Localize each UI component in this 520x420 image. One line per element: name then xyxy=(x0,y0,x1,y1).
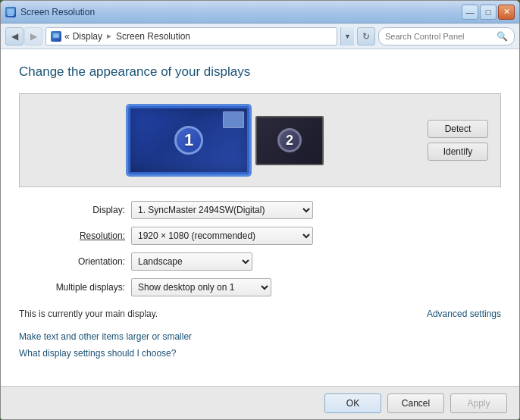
window-icon xyxy=(5,7,16,17)
monitor-2-number: 2 xyxy=(277,128,302,152)
ok-button[interactable]: OK xyxy=(324,393,381,413)
identify-button[interactable]: Identify xyxy=(428,143,488,161)
breadcrumb-display[interactable]: Display xyxy=(73,31,102,42)
window-title: Screen Resolution xyxy=(20,7,95,17)
orientation-select[interactable]: Landscape Portrait Landscape (flipped) P… xyxy=(131,252,252,271)
svg-rect-0 xyxy=(7,8,14,14)
search-box: 🔍 xyxy=(378,27,515,45)
display-select[interactable]: 1. SyncMaster 2494SW(Digital) 2. Generic… xyxy=(131,201,313,219)
title-bar-controls: — □ ✕ xyxy=(462,5,515,20)
minimize-button[interactable]: — xyxy=(462,5,478,20)
monitor-2[interactable]: 2 xyxy=(255,116,324,165)
help-link-display-settings[interactable]: What display settings should I choose? xyxy=(19,348,501,359)
resolution-select[interactable]: 1920 × 1080 (recommended) 1680 × 1050 14… xyxy=(131,227,313,245)
help-links: Make text and other items larger or smal… xyxy=(19,331,501,359)
main-content: Change the appearance of your displays 1… xyxy=(1,49,519,386)
main-window: Screen Resolution — □ ✕ ◀ ▶ « Display ► … xyxy=(0,0,520,420)
page-title: Change the appearance of your displays xyxy=(19,64,501,80)
svg-rect-1 xyxy=(8,14,14,16)
search-icon[interactable]: 🔍 xyxy=(496,30,508,42)
orientation-label: Orientation: xyxy=(19,256,125,267)
svg-rect-2 xyxy=(53,33,59,38)
multiple-displays-select[interactable]: Show desktop only on 1 Show desktop only… xyxy=(131,278,271,296)
form-grid: Display: 1. SyncMaster 2494SW(Digital) 2… xyxy=(19,201,501,296)
maximize-button[interactable]: □ xyxy=(480,5,497,20)
help-link-text-size[interactable]: Make text and other items larger or smal… xyxy=(19,331,501,342)
advanced-settings-link[interactable]: Advanced settings xyxy=(427,309,501,319)
footer: OK Cancel Apply xyxy=(1,386,519,419)
monitor-1-number: 1 xyxy=(174,126,203,155)
breadcrumb-icon xyxy=(51,31,61,42)
detect-button[interactable]: Detect xyxy=(428,120,488,138)
detect-identify-buttons: Detect Identify xyxy=(428,120,488,161)
back-button[interactable]: ◀ xyxy=(5,27,23,45)
monitor-mini-icon xyxy=(223,111,244,128)
title-bar-left: Screen Resolution xyxy=(5,7,95,17)
address-bar: ◀ ▶ « Display ► Screen Resolution ▼ ↻ 🔍 xyxy=(1,24,519,49)
nav-buttons: ◀ ▶ xyxy=(5,27,42,45)
display-label: Display: xyxy=(19,205,125,215)
resolution-label: Resolution: xyxy=(19,230,125,241)
refresh-button[interactable]: ↻ xyxy=(357,27,375,45)
display-preview: 1 2 Detect Identify xyxy=(19,93,501,187)
monitor-1[interactable]: 1 xyxy=(128,106,249,174)
title-bar: Screen Resolution — □ ✕ xyxy=(1,1,519,24)
address-field: « Display ► Screen Resolution xyxy=(45,27,337,45)
forward-button[interactable]: ▶ xyxy=(24,27,42,45)
info-row: This is currently your main display. Adv… xyxy=(19,309,501,319)
address-dropdown-button[interactable]: ▼ xyxy=(340,27,354,45)
multiple-displays-label: Multiple displays: xyxy=(19,282,125,293)
breadcrumb-current: Screen Resolution xyxy=(116,31,190,42)
apply-button[interactable]: Apply xyxy=(450,393,507,413)
main-display-text: This is currently your main display. xyxy=(19,309,158,319)
search-input[interactable] xyxy=(385,32,493,41)
cancel-button[interactable]: Cancel xyxy=(387,393,444,413)
close-button[interactable]: ✕ xyxy=(498,5,515,20)
monitors-container: 1 2 xyxy=(32,106,420,174)
breadcrumb-prefix: « xyxy=(64,31,70,42)
breadcrumb-separator: ► xyxy=(105,32,113,40)
